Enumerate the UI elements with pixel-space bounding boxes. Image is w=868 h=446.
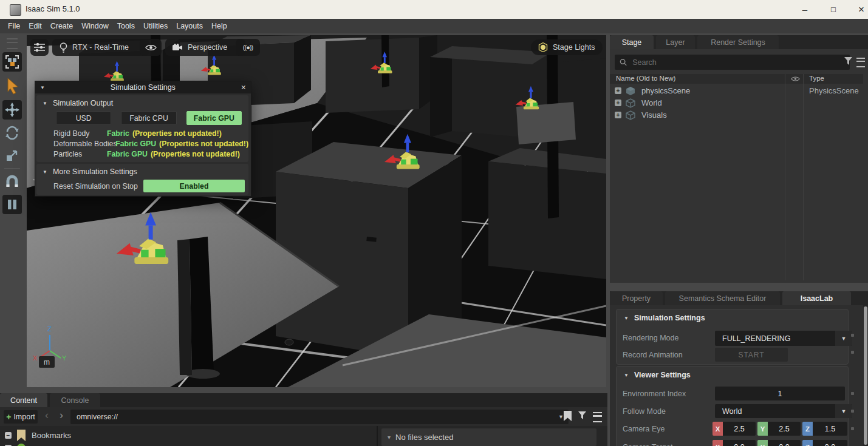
- stage-row-world[interactable]: + World: [610, 97, 863, 109]
- follow-mode-dropdown[interactable]: World ▼: [715, 404, 852, 418]
- menu-help[interactable]: Help: [207, 22, 231, 30]
- list-item-partial[interactable]: [5, 444, 126, 446]
- camera-target-z-field[interactable]: 0.0: [813, 440, 847, 446]
- menu-file[interactable]: File: [4, 22, 24, 30]
- toolbar-grip[interactable]: [7, 38, 18, 49]
- path-input[interactable]: [75, 412, 558, 422]
- prim-name[interactable]: physicsScene: [641, 86, 690, 95]
- bookmarks-label[interactable]: Bookmarks: [32, 431, 71, 440]
- stage-lights-button[interactable]: Stage Lights: [531, 39, 603, 55]
- path-dropdown-icon[interactable]: ▼: [558, 414, 564, 420]
- back-button[interactable]: ‹: [45, 409, 49, 422]
- deformable-bodies-row: Deformable Bodies Fabric GPU (Properties…: [36, 139, 248, 149]
- select-tool-button[interactable]: [2, 76, 22, 96]
- stage-search-input[interactable]: [631, 58, 845, 67]
- tab-render-settings[interactable]: Render Settings: [697, 35, 779, 49]
- maximize-button[interactable]: □: [821, 0, 846, 19]
- deformable-bodies-warning: (Properties not updated!): [159, 140, 248, 149]
- reset-on-stop-button[interactable]: Enabled: [143, 180, 245, 192]
- minimize-button[interactable]: –: [793, 0, 817, 19]
- stage-row-visuals[interactable]: + Visuals: [610, 109, 863, 121]
- expand-icon[interactable]: +: [615, 87, 621, 94]
- menu-utilities[interactable]: Utilities: [139, 22, 172, 30]
- close-button[interactable]: ×: [849, 0, 868, 19]
- path-bar[interactable]: ▼: [70, 410, 569, 424]
- record-start-button[interactable]: START: [715, 348, 788, 362]
- camera-dropdown[interactable]: Perspective: [165, 39, 245, 56]
- group-collapse-icon[interactable]: ▼: [624, 373, 629, 378]
- tab-property[interactable]: Property: [610, 291, 663, 305]
- camera-target-x-field[interactable]: 0.0: [723, 440, 756, 446]
- app-icon: [10, 4, 21, 16]
- menu-tools[interactable]: Tools: [113, 22, 139, 30]
- y-axis-badge: Y: [757, 440, 768, 446]
- title-bar: Isaac Sim 5.1.0 – □ ×: [0, 0, 868, 19]
- rendering-mode-dropdown[interactable]: FULL_RENDERING ▼: [715, 331, 852, 346]
- forward-button[interactable]: ›: [60, 409, 63, 422]
- bookmark-icon[interactable]: [564, 411, 572, 421]
- collapse-icon[interactable]: −: [5, 432, 12, 439]
- default-indicator[interactable]: [851, 427, 854, 430]
- type-column-header[interactable]: Type: [809, 75, 824, 82]
- tab-layer[interactable]: Layer: [656, 35, 695, 49]
- dialog-titlebar[interactable]: ▼ Simulation Settings ×: [35, 81, 251, 93]
- menu-layouts[interactable]: Layouts: [172, 22, 207, 30]
- prim-name[interactable]: Visuals: [641, 110, 667, 120]
- default-indicator[interactable]: [851, 410, 854, 413]
- section-collapse-icon[interactable]: ▼: [43, 101, 47, 106]
- scale-tool-button[interactable]: [2, 146, 22, 165]
- dialog-close-icon[interactable]: ×: [241, 83, 246, 92]
- tab-stage[interactable]: Stage: [610, 35, 654, 49]
- tab-console[interactable]: Console: [50, 393, 100, 407]
- camera-target-y-field[interactable]: 0.0: [768, 440, 801, 446]
- tab-isaaclab[interactable]: IsaacLab: [782, 291, 851, 305]
- stage-options-icon[interactable]: [856, 58, 865, 67]
- property-scrollbar[interactable]: [863, 305, 868, 446]
- no-files-caret-icon[interactable]: ▾: [388, 434, 391, 441]
- stage-filter-icon[interactable]: [844, 57, 853, 66]
- prim-name[interactable]: World: [641, 98, 662, 107]
- tab-content[interactable]: Content: [0, 393, 47, 407]
- import-button[interactable]: + Import: [4, 410, 38, 424]
- group-collapse-icon[interactable]: ▼: [624, 316, 629, 321]
- stage-row-physics-scene[interactable]: + physicsScene PhysicsScene: [610, 85, 863, 97]
- name-column-header[interactable]: Name (Old to New): [616, 75, 675, 82]
- renderer-dropdown[interactable]: RTX - Real-Time: [52, 39, 149, 56]
- viewport-settings-button[interactable]: [30, 39, 49, 56]
- scrollbar-thumb[interactable]: [864, 306, 867, 445]
- default-indicator[interactable]: [851, 351, 854, 354]
- visibility-button[interactable]: [140, 39, 162, 56]
- output-fabric-cpu-button[interactable]: Fabric CPU: [121, 111, 176, 125]
- menu-window[interactable]: Window: [77, 22, 112, 30]
- pause-button[interactable]: [2, 195, 22, 214]
- expand-icon[interactable]: +: [615, 100, 621, 106]
- environment-index-label: Environment Index: [623, 390, 686, 398]
- camera-eye-z-field[interactable]: 1.5: [813, 422, 847, 436]
- tab-semantics-schema-editor[interactable]: Semantics Schema Editor: [665, 291, 780, 305]
- rotate-tool-button[interactable]: [2, 123, 22, 143]
- dialog-collapse-icon[interactable]: ▼: [40, 85, 45, 90]
- rendering-mode-label: Rendering Mode: [623, 334, 678, 342]
- no-files-header[interactable]: ▾ No files selected: [381, 428, 596, 446]
- default-indicator[interactable]: [851, 334, 854, 337]
- bookmarks-row[interactable]: − Bookmarks: [0, 430, 377, 442]
- move-tool-button[interactable]: [2, 100, 22, 120]
- menu-create[interactable]: Create: [46, 22, 78, 30]
- more-section-collapse-icon[interactable]: ▼: [43, 169, 47, 175]
- content-filter-icon[interactable]: [578, 411, 587, 421]
- audio-button[interactable]: ((●)): [236, 39, 260, 56]
- selection-mode-button[interactable]: [2, 52, 22, 72]
- environment-index-field[interactable]: 1: [715, 387, 845, 400]
- output-usd-button[interactable]: USD: [56, 111, 111, 125]
- visibility-column-icon[interactable]: [791, 76, 800, 82]
- camera-eye-x-field[interactable]: 2.5: [723, 422, 756, 436]
- output-fabric-gpu-button[interactable]: Fabric GPU: [186, 111, 242, 125]
- default-indicator[interactable]: [851, 392, 854, 395]
- stage-search-box[interactable]: [615, 55, 850, 70]
- expand-icon[interactable]: +: [615, 112, 621, 118]
- tab-semantics-label: Semantics Schema Editor: [679, 294, 767, 303]
- content-options-icon[interactable]: [593, 412, 602, 422]
- snap-tool-button[interactable]: [2, 172, 22, 191]
- camera-eye-y-field[interactable]: 2.5: [768, 422, 801, 436]
- menu-edit[interactable]: Edit: [24, 22, 46, 30]
